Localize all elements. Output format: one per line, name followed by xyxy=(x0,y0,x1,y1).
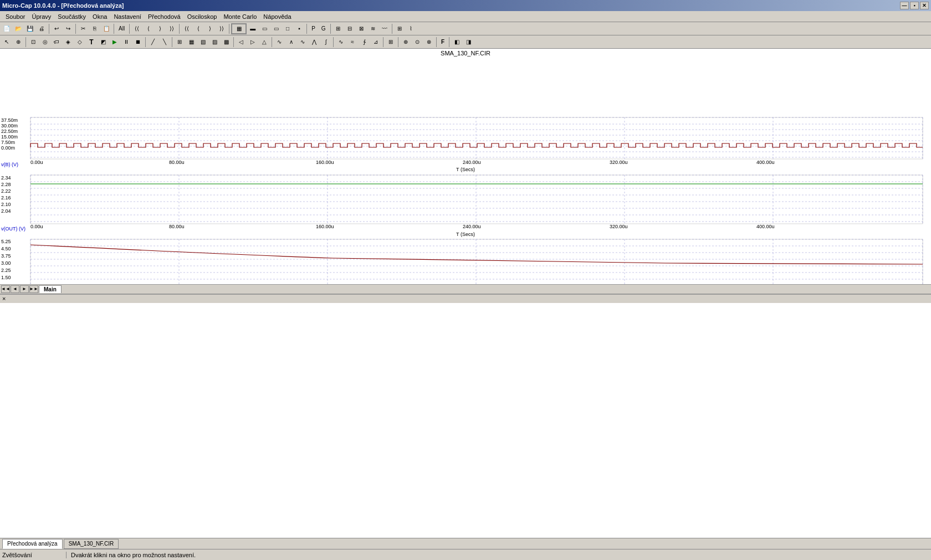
tb-icon4[interactable]: ≋ xyxy=(367,23,378,34)
nav-last[interactable]: ►► xyxy=(29,285,38,293)
bottom-tab-prechodova[interactable]: Přechodová analýza xyxy=(2,539,63,549)
svg-text:3.00: 3.00 xyxy=(1,260,11,266)
new-button[interactable]: 📄 xyxy=(1,23,12,34)
tb2-btn17[interactable]: ◨ xyxy=(463,37,474,48)
tb2-wave8[interactable]: ∱ xyxy=(359,37,370,48)
tb2-btn7[interactable]: ▧ xyxy=(197,37,208,48)
tb2-draw1[interactable]: ╱ xyxy=(147,37,158,48)
menu-monte-carlo[interactable]: Monte Carlo xyxy=(220,12,260,21)
tb-arr2[interactable]: ⟨ xyxy=(143,23,154,34)
menu-upravy[interactable]: Úpravy xyxy=(28,12,54,21)
tb2-T[interactable]: T xyxy=(86,37,97,48)
nav-prev[interactable]: ◄ xyxy=(11,285,19,293)
tb2-F[interactable]: F xyxy=(438,37,447,48)
tb-extra4[interactable]: ⟩⟩ xyxy=(216,23,227,34)
tb2-btn4[interactable]: ◈ xyxy=(63,37,74,48)
tb-extra3[interactable]: ⟩ xyxy=(204,23,216,34)
tb-icon2[interactable]: ⊟ xyxy=(344,23,355,34)
menu-osciloskop[interactable]: Osciloskop xyxy=(184,12,221,21)
blank-area xyxy=(0,303,931,538)
tb2-btn11[interactable]: ▷ xyxy=(247,37,258,48)
svg-text:3.75: 3.75 xyxy=(1,253,11,259)
tb-P[interactable]: P xyxy=(309,23,318,34)
mode-btn3[interactable]: ▭ xyxy=(259,23,270,34)
tb2-wave9[interactable]: ⊿ xyxy=(370,37,381,48)
tb2-btn14[interactable]: ⊙ xyxy=(412,37,423,48)
cut-button[interactable]: ✂ xyxy=(78,23,89,34)
title-bar-controls: — ▪ ✕ xyxy=(900,2,929,9)
tb2-btn3[interactable]: ◎ xyxy=(39,37,50,48)
menu-soucastky[interactable]: Součástky xyxy=(54,12,89,21)
tb-icon3[interactable]: ⊠ xyxy=(356,23,367,34)
tb-arr3[interactable]: ⟩ xyxy=(155,23,166,34)
tb2-wave6[interactable]: ∿ xyxy=(335,37,346,48)
tb2-wave1[interactable]: ∿ xyxy=(274,37,285,48)
menu-bar: Soubor Úpravy Součástky Okna Nastavení P… xyxy=(0,11,931,22)
chart-tab-main[interactable]: Main xyxy=(39,285,62,293)
mode-btn4[interactable]: ▭ xyxy=(270,23,282,34)
tb2-btn16[interactable]: ◧ xyxy=(451,37,462,48)
menu-nastaveni[interactable]: Nastavení xyxy=(110,12,145,21)
tb-icon7[interactable]: ⌇ xyxy=(406,23,417,34)
paste-button[interactable]: 📋 xyxy=(101,23,112,34)
mode-btn1[interactable]: ▦ xyxy=(231,23,247,34)
tb-arr1[interactable]: ⟨⟨ xyxy=(131,23,142,34)
copy-button[interactable]: ⎘ xyxy=(89,23,100,34)
tb2-btn13[interactable]: ⊕ xyxy=(400,37,411,48)
menu-prechodova[interactable]: Přechodová xyxy=(145,12,184,21)
menu-soubor[interactable]: Soubor xyxy=(2,12,28,21)
sep12 xyxy=(172,37,172,47)
tb2-btn15[interactable]: ⊗ xyxy=(423,37,434,48)
tb2-btn12[interactable]: △ xyxy=(259,37,270,48)
tb2-play[interactable]: ▶ xyxy=(109,37,120,48)
menu-okna[interactable]: Okna xyxy=(89,12,110,21)
svg-text:T (Secs): T (Secs) xyxy=(456,167,475,172)
tb2-zoom1[interactable]: ⊞ xyxy=(385,37,396,48)
print-button[interactable]: 🖨 xyxy=(36,23,47,34)
tb2-btn1[interactable]: ↖ xyxy=(1,37,12,48)
menu-napoveda[interactable]: Nápověda xyxy=(260,12,294,21)
tb2-grid[interactable]: ⊞ xyxy=(174,37,185,48)
tb2-btn9[interactable]: ▩ xyxy=(221,37,232,48)
nav-first[interactable]: ◄◄ xyxy=(1,285,10,293)
undo-button[interactable]: ↩ xyxy=(51,23,62,34)
tb-icon1[interactable]: ⊞ xyxy=(332,23,344,34)
tb-extra2[interactable]: ⟨ xyxy=(193,23,204,34)
open-button[interactable]: 📂 xyxy=(13,23,24,34)
tb2-wave7[interactable]: ≈ xyxy=(347,37,358,48)
tb2-btn10[interactable]: ◁ xyxy=(236,37,247,48)
save-button[interactable]: 💾 xyxy=(24,23,35,34)
minimize-button[interactable]: — xyxy=(900,2,909,9)
tb-icon5[interactable]: 〰 xyxy=(379,23,390,34)
tb-G[interactable]: G xyxy=(319,23,329,34)
tb2-grid2[interactable]: ▦ xyxy=(186,37,197,48)
restore-button[interactable]: ▪ xyxy=(910,2,919,9)
all-button[interactable]: All xyxy=(116,23,127,34)
tb2-draw2[interactable]: ╲ xyxy=(159,37,170,48)
tb-arr4[interactable]: ⟩⟩ xyxy=(166,23,177,34)
tb2-stop[interactable]: ⏹ xyxy=(132,37,144,48)
x-mark[interactable]: × xyxy=(0,294,8,303)
tb2-btn2[interactable]: ⊕ xyxy=(13,37,24,48)
tb2-wave2[interactable]: ∧ xyxy=(285,37,296,48)
tb2-pause[interactable]: ⏸ xyxy=(121,37,132,48)
mode-btn5[interactable]: □ xyxy=(282,23,293,34)
mode-btn2[interactable]: ▬ xyxy=(247,23,258,34)
tb-extra1[interactable]: ⟨⟨ xyxy=(181,23,192,34)
close-button[interactable]: ✕ xyxy=(920,2,929,9)
tb2-btn6[interactable]: ◩ xyxy=(98,37,109,48)
tb2-wave5[interactable]: ∫ xyxy=(320,37,331,48)
tb-icon6[interactable]: ⊞ xyxy=(394,23,405,34)
bottom-tab-sma[interactable]: SMA_130_NF.CIR xyxy=(64,539,119,549)
mode-btn6[interactable]: ▪ xyxy=(294,23,305,34)
nav-next[interactable]: ► xyxy=(20,285,29,293)
svg-text:1.50: 1.50 xyxy=(1,275,11,280)
tb2-cursor[interactable]: ⊡ xyxy=(28,37,39,48)
tb2-btn5[interactable]: ◇ xyxy=(74,37,85,48)
svg-text:2.25: 2.25 xyxy=(1,268,11,273)
tb2-tag[interactable]: 🏷 xyxy=(51,37,62,48)
tb2-wave3[interactable]: ∿ xyxy=(297,37,308,48)
tb2-btn8[interactable]: ▨ xyxy=(209,37,220,48)
tb2-wave4[interactable]: ⋀ xyxy=(309,37,320,48)
redo-button[interactable]: ↪ xyxy=(63,23,74,34)
